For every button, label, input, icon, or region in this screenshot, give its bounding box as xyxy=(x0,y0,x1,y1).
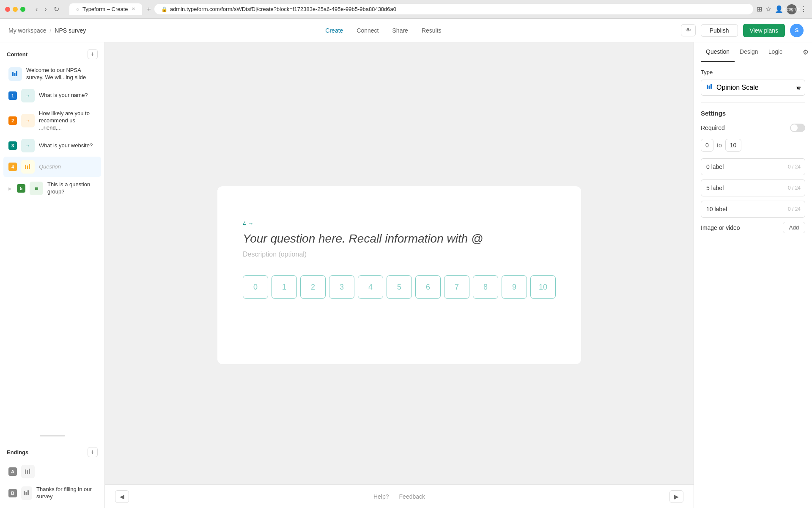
svg-rect-7 xyxy=(27,470,28,474)
address-bar[interactable]: 🔒 admin.typeform.com/form/sWDtsfDj/creat… xyxy=(154,4,753,14)
breadcrumb: My workspace / NPS survey xyxy=(8,27,86,34)
ending-icon-a xyxy=(21,465,35,478)
nav-results[interactable]: Results xyxy=(422,25,442,36)
sidebar-item-1[interactable]: 1 → What is your name? xyxy=(3,86,101,106)
dot-red[interactable] xyxy=(5,7,10,12)
survey-name: NPS survey xyxy=(55,27,86,34)
browser-tab[interactable]: ○ Typeform – Create ✕ xyxy=(69,3,142,15)
endings-section-header: Endings + xyxy=(0,440,104,461)
endings-add-button[interactable]: + xyxy=(88,447,98,457)
scale-btn-4[interactable]: 4 xyxy=(358,275,383,299)
endings-items: A B Thanks for filling in our survey xyxy=(0,461,104,508)
question-placeholder-text[interactable]: Your question here. Recall information w… xyxy=(243,232,556,246)
menu-icon[interactable]: ⋮ xyxy=(800,5,807,13)
settings-title: Settings xyxy=(701,110,805,117)
profile-icon[interactable]: 👤 xyxy=(775,5,783,13)
avatar[interactable]: S xyxy=(790,24,804,37)
range-to-select[interactable]: 10 5 xyxy=(725,139,741,152)
workspace-link[interactable]: My workspace xyxy=(8,27,46,34)
type-label: Type xyxy=(701,69,805,75)
right-panel: Question Design Logic ⚙ Type Opinion Sca… xyxy=(694,42,812,508)
sidebar-item-5[interactable]: ▶ 5 ≡ This is a question group? xyxy=(3,178,101,199)
item-text-1: What is your name? xyxy=(39,92,88,99)
publish-button[interactable]: Publish xyxy=(701,24,738,37)
label-10-count: 0 / 24 xyxy=(788,206,801,212)
expand-icon-5: ▶ xyxy=(8,186,12,191)
scale-btn-10[interactable]: 10 xyxy=(530,275,556,299)
scale-btn-1[interactable]: 1 xyxy=(272,275,297,299)
scale-btn-0[interactable]: 0 xyxy=(243,275,268,299)
tab-logic[interactable]: Logic xyxy=(763,42,787,62)
nav-share[interactable]: Share xyxy=(392,25,408,36)
label-0-field[interactable]: 0 label 0 / 24 xyxy=(701,158,805,175)
item-icon-2: → xyxy=(21,114,35,127)
ending-item-b[interactable]: B Thanks for filling in our survey xyxy=(3,483,101,504)
tab-close-button[interactable]: ✕ xyxy=(132,6,135,12)
ending-icon-b xyxy=(21,486,32,500)
dot-green[interactable] xyxy=(20,7,25,12)
sidebar-item-4[interactable]: 4 Question xyxy=(3,157,101,177)
back-button[interactable]: ‹ xyxy=(34,5,39,14)
scale-btn-2[interactable]: 2 xyxy=(300,275,326,299)
item-text-3: What is your website? xyxy=(39,142,93,149)
item-icon-3: → xyxy=(21,139,35,152)
add-image-button[interactable]: Add xyxy=(783,222,805,233)
expand-panel-button[interactable]: ▶ xyxy=(669,490,683,503)
required-label: Required xyxy=(701,124,725,131)
type-select-wrapper: Opinion Scale ▾ xyxy=(701,80,805,96)
bookmark-icon[interactable]: ☆ xyxy=(765,5,771,13)
svg-rect-6 xyxy=(25,469,26,474)
required-toggle[interactable] xyxy=(790,124,805,132)
view-plans-button[interactable]: View plans xyxy=(743,24,785,37)
scale-btn-6[interactable]: 6 xyxy=(415,275,441,299)
tab-question[interactable]: Question xyxy=(701,42,735,62)
incognito-badge: Incognito xyxy=(787,4,797,14)
label-10-field[interactable]: 10 label 0 / 24 xyxy=(701,201,805,218)
tab-title: Typeform – Create xyxy=(82,6,128,12)
sidebar-item-0[interactable]: Welcome to our NPSA survey. We wil...ing… xyxy=(3,64,101,85)
content-add-button[interactable]: + xyxy=(88,49,98,59)
type-select-left: Opinion Scale xyxy=(706,83,759,92)
svg-rect-13 xyxy=(709,86,710,89)
scale-container: 0 1 2 3 4 5 6 7 8 9 10 xyxy=(243,275,556,299)
nav-create[interactable]: Create xyxy=(325,25,343,36)
svg-rect-8 xyxy=(29,469,30,474)
preview-button[interactable]: 👁 xyxy=(681,24,696,36)
dot-yellow[interactable] xyxy=(13,7,18,12)
sidebar-item-3[interactable]: 3 → What is your website? xyxy=(3,135,101,156)
type-select[interactable]: Opinion Scale ▾ xyxy=(701,80,805,96)
scale-btn-9[interactable]: 9 xyxy=(502,275,527,299)
scale-btn-7[interactable]: 7 xyxy=(444,275,469,299)
svg-rect-9 xyxy=(24,491,25,495)
item-badge-5: 5 xyxy=(17,184,25,193)
svg-rect-12 xyxy=(707,85,708,89)
settings-gear-button[interactable]: ⚙ xyxy=(803,48,809,56)
ending-item-a[interactable]: A xyxy=(3,461,101,482)
range-row: 0 1 to 10 5 xyxy=(701,139,805,152)
scale-btn-5[interactable]: 5 xyxy=(387,275,412,299)
forward-button[interactable]: › xyxy=(43,5,48,14)
range-from-select[interactable]: 0 1 xyxy=(701,139,713,152)
scale-btn-3[interactable]: 3 xyxy=(329,275,354,299)
scale-btn-8[interactable]: 8 xyxy=(473,275,498,299)
question-description[interactable]: Description (optional) xyxy=(243,251,556,258)
question-number: 4 → xyxy=(243,220,254,227)
endings-title: Endings xyxy=(7,449,28,456)
collapse-panel-button[interactable]: ◀ xyxy=(115,490,129,503)
scroll-indicator xyxy=(40,435,65,436)
sidebar-items: Welcome to our NPSA survey. We wil...ing… xyxy=(0,63,104,431)
browser-chrome: ‹ › ↻ ○ Typeform – Create ✕ + 🔒 admin.ty… xyxy=(0,0,812,19)
feedback-link[interactable]: Feedback xyxy=(399,493,425,500)
item-badge-4: 4 xyxy=(8,163,17,171)
label-5-field[interactable]: 5 label 0 / 24 xyxy=(701,179,805,196)
help-link[interactable]: Help? xyxy=(373,493,389,500)
type-select-icon xyxy=(706,83,713,92)
new-tab-button[interactable]: + xyxy=(147,6,151,13)
type-section: Type Opinion Scale ▾ xyxy=(694,62,812,102)
reload-button[interactable]: ↻ xyxy=(52,4,61,14)
extensions-icon[interactable]: ⊞ xyxy=(757,5,762,13)
tab-design[interactable]: Design xyxy=(735,42,763,62)
type-value: Opinion Scale xyxy=(716,84,759,91)
nav-connect[interactable]: Connect xyxy=(357,25,379,36)
sidebar-item-2[interactable]: 2 → How likely are you to recommend us .… xyxy=(3,107,101,135)
